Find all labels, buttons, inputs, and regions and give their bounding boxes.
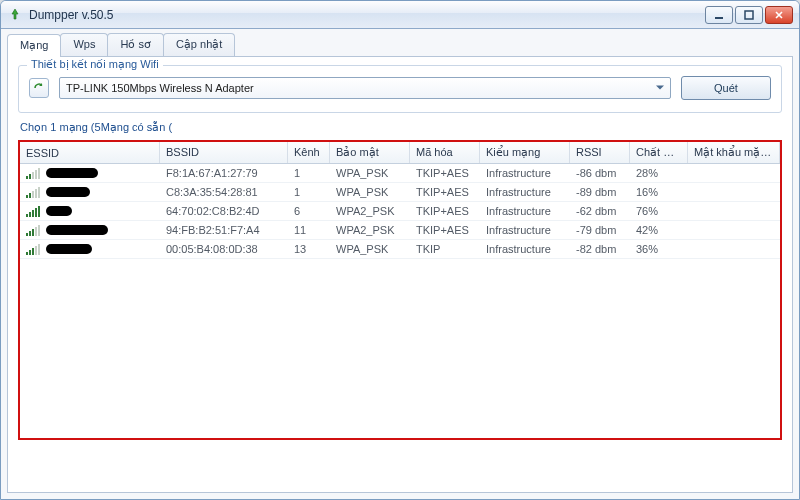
tab-update[interactable]: Cập nhật [163, 33, 235, 56]
network-list-header: ESSID BSSID Kênh Bảo mật Mã hóa Kiểu mạn… [20, 142, 780, 164]
cell-password [688, 221, 780, 239]
signal-icon [26, 244, 42, 255]
cell-security: WPA_PSK [330, 240, 410, 258]
cell-bssid: F8:1A:67:A1:27:79 [160, 164, 288, 182]
cell-rssi: -82 dbm [570, 240, 630, 258]
col-essid[interactable]: ESSID [20, 142, 160, 163]
essid-redacted [46, 187, 90, 197]
cell-bssid: 64:70:02:C8:B2:4D [160, 202, 288, 220]
tab-strip: Mạng Wps Hồ sơ Cập nhật [7, 33, 793, 57]
cell-security: WPA2_PSK [330, 221, 410, 239]
window-buttons [705, 6, 793, 24]
network-count-label: Chọn 1 mạng (5Mạng có sẵn ( [20, 121, 780, 134]
cell-essid [20, 240, 160, 258]
cell-quality: 36% [630, 240, 688, 258]
signal-icon [26, 187, 42, 198]
col-nettype[interactable]: Kiểu mạng [480, 142, 570, 163]
adapter-select[interactable]: TP-LINK 150Mbps Wireless N Adapter [59, 77, 671, 99]
col-quality[interactable]: Chất … [630, 142, 688, 163]
adapter-group-title: Thiết bị kết nối mạng Wifi [27, 58, 163, 71]
cell-channel: 6 [288, 202, 330, 220]
svg-rect-0 [715, 17, 723, 19]
col-password[interactable]: Mật khẩu mặc định [688, 142, 780, 163]
cell-essid [20, 202, 160, 220]
signal-icon [26, 225, 42, 236]
cell-encryption: TKIP+AES [410, 202, 480, 220]
cell-channel: 1 [288, 183, 330, 201]
cell-bssid: C8:3A:35:54:28:81 [160, 183, 288, 201]
cell-nettype: Infrastructure [480, 202, 570, 220]
scan-button[interactable]: Quét [681, 76, 771, 100]
tab-wps[interactable]: Wps [60, 33, 108, 56]
client-area: Mạng Wps Hồ sơ Cập nhật Thiết bị kết nối… [1, 29, 799, 499]
cell-quality: 28% [630, 164, 688, 182]
tab-networks[interactable]: Mạng [7, 34, 61, 57]
svg-rect-1 [745, 11, 753, 19]
cell-quality: 16% [630, 183, 688, 201]
cell-nettype: Infrastructure [480, 164, 570, 182]
col-encryption[interactable]: Mã hóa [410, 142, 480, 163]
maximize-button[interactable] [735, 6, 763, 24]
cell-nettype: Infrastructure [480, 183, 570, 201]
essid-redacted [46, 244, 92, 254]
essid-redacted [46, 168, 98, 178]
col-channel[interactable]: Kênh [288, 142, 330, 163]
network-list[interactable]: ESSID BSSID Kênh Bảo mật Mã hóa Kiểu mạn… [18, 140, 782, 440]
tab-page-networks: Thiết bị kết nối mạng Wifi TP-LINK 150Mb… [7, 57, 793, 493]
table-row[interactable]: 94:FB:B2:51:F7:A411WPA2_PSKTKIP+AESInfra… [20, 221, 780, 240]
essid-redacted [46, 206, 72, 216]
cell-security: WPA_PSK [330, 183, 410, 201]
cell-quality: 76% [630, 202, 688, 220]
cell-security: WPA2_PSK [330, 202, 410, 220]
cell-channel: 11 [288, 221, 330, 239]
cell-nettype: Infrastructure [480, 221, 570, 239]
cell-essid [20, 164, 160, 182]
close-button[interactable] [765, 6, 793, 24]
cell-rssi: -86 dbm [570, 164, 630, 182]
table-row[interactable]: C8:3A:35:54:28:811WPA_PSKTKIP+AESInfrast… [20, 183, 780, 202]
cell-essid [20, 183, 160, 201]
app-window: Dumpper v.50.5 Mạng Wps Hồ sơ Cập nhật T… [0, 0, 800, 500]
col-rssi[interactable]: RSSI [570, 142, 630, 163]
signal-icon [26, 206, 42, 217]
cell-nettype: Infrastructure [480, 240, 570, 258]
tab-profiles[interactable]: Hồ sơ [107, 33, 164, 56]
titlebar[interactable]: Dumpper v.50.5 [1, 1, 799, 29]
cell-quality: 42% [630, 221, 688, 239]
cell-channel: 13 [288, 240, 330, 258]
col-bssid[interactable]: BSSID [160, 142, 288, 163]
cell-security: WPA_PSK [330, 164, 410, 182]
minimize-button[interactable] [705, 6, 733, 24]
window-title: Dumpper v.50.5 [29, 8, 705, 22]
adapter-group: Thiết bị kết nối mạng Wifi TP-LINK 150Mb… [18, 65, 782, 113]
col-security[interactable]: Bảo mật [330, 142, 410, 163]
signal-icon [26, 168, 42, 179]
table-row[interactable]: 00:05:B4:08:0D:3813WPA_PSKTKIPInfrastruc… [20, 240, 780, 259]
cell-encryption: TKIP [410, 240, 480, 258]
cell-encryption: TKIP+AES [410, 221, 480, 239]
essid-redacted [46, 225, 108, 235]
app-icon [7, 7, 23, 23]
table-row[interactable]: F8:1A:67:A1:27:791WPA_PSKTKIP+AESInfrast… [20, 164, 780, 183]
cell-essid [20, 221, 160, 239]
cell-encryption: TKIP+AES [410, 183, 480, 201]
adapter-selected-text: TP-LINK 150Mbps Wireless N Adapter [66, 82, 254, 94]
cell-encryption: TKIP+AES [410, 164, 480, 182]
cell-channel: 1 [288, 164, 330, 182]
cell-password [688, 202, 780, 220]
table-row[interactable]: 64:70:02:C8:B2:4D6WPA2_PSKTKIP+AESInfras… [20, 202, 780, 221]
cell-password [688, 164, 780, 182]
cell-password [688, 183, 780, 201]
refresh-adapter-icon[interactable] [29, 78, 49, 98]
cell-rssi: -89 dbm [570, 183, 630, 201]
cell-password [688, 240, 780, 258]
cell-rssi: -62 dbm [570, 202, 630, 220]
cell-bssid: 00:05:B4:08:0D:38 [160, 240, 288, 258]
cell-rssi: -79 dbm [570, 221, 630, 239]
cell-bssid: 94:FB:B2:51:F7:A4 [160, 221, 288, 239]
